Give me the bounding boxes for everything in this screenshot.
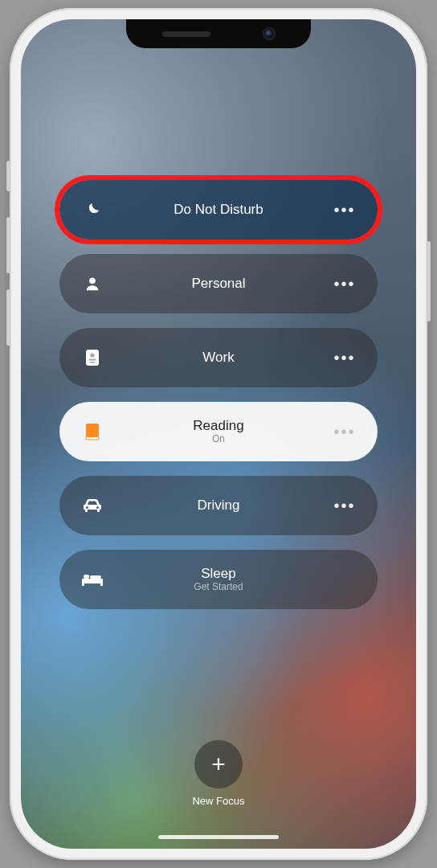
screen: Do Not Disturb•••Personal•••Work•••Readi… <box>21 19 416 849</box>
person-icon <box>79 275 106 293</box>
side-button <box>427 241 431 321</box>
svg-point-2 <box>90 353 94 357</box>
focus-row-driving[interactable]: Driving••• <box>59 476 378 535</box>
focus-label: Personal <box>191 276 245 292</box>
front-camera <box>263 28 275 39</box>
badge-icon <box>79 348 106 367</box>
focus-row-sleep[interactable]: SleepGet Started <box>59 550 378 609</box>
silent-switch <box>6 161 10 191</box>
svg-rect-5 <box>86 424 99 438</box>
new-focus-button[interactable]: + <box>194 740 243 788</box>
focus-label: Reading <box>193 418 243 434</box>
focus-row-reading[interactable]: ReadingOn••• <box>59 402 378 461</box>
focus-label-wrap: Driving <box>106 497 331 514</box>
car-icon <box>79 497 106 514</box>
focus-label-wrap: SleepGet Started <box>106 566 331 593</box>
focus-label: Do Not Disturb <box>174 202 263 218</box>
more-options-button[interactable]: ••• <box>331 201 358 219</box>
svg-rect-11 <box>90 575 101 579</box>
bed-icon <box>79 572 106 587</box>
svg-rect-8 <box>82 583 84 586</box>
home-indicator[interactable] <box>158 835 279 839</box>
volume-down-button <box>6 289 10 346</box>
more-options-button[interactable]: ••• <box>331 497 358 515</box>
focus-label-wrap: Work <box>106 350 331 366</box>
focus-sublabel: Get Started <box>194 582 243 593</box>
svg-rect-7 <box>82 579 103 583</box>
new-focus-label: New Focus <box>192 795 244 807</box>
focus-label: Sleep <box>201 566 235 582</box>
svg-point-0 <box>89 277 96 284</box>
focus-label: Driving <box>198 497 240 514</box>
focus-label-wrap: Personal <box>106 276 331 292</box>
notch <box>126 19 311 48</box>
speaker-grille <box>162 31 210 37</box>
more-options-button[interactable]: ••• <box>331 349 358 367</box>
new-focus-group: + New Focus <box>21 740 416 807</box>
book-icon <box>79 423 106 440</box>
moon-icon <box>79 201 106 219</box>
focus-label: Work <box>202 350 234 366</box>
more-options-button[interactable]: ••• <box>331 423 358 441</box>
focus-mode-list: Do Not Disturb•••Personal•••Work•••Readi… <box>59 180 378 609</box>
svg-rect-10 <box>84 575 89 579</box>
focus-sublabel: On <box>212 434 225 445</box>
focus-row-dnd[interactable]: Do Not Disturb••• <box>59 180 378 240</box>
svg-rect-1 <box>86 350 99 366</box>
svg-rect-6 <box>86 437 99 440</box>
svg-rect-4 <box>90 362 96 363</box>
focus-label-wrap: ReadingOn <box>106 418 331 445</box>
focus-row-work[interactable]: Work••• <box>59 328 378 387</box>
volume-up-button <box>6 217 10 273</box>
phone-frame: Do Not Disturb•••Personal•••Work•••Readi… <box>10 8 427 860</box>
svg-rect-3 <box>89 359 96 361</box>
svg-rect-9 <box>100 583 103 586</box>
focus-label-wrap: Do Not Disturb <box>106 202 331 218</box>
more-options-button[interactable]: ••• <box>331 275 358 293</box>
focus-row-personal[interactable]: Personal••• <box>59 254 378 313</box>
